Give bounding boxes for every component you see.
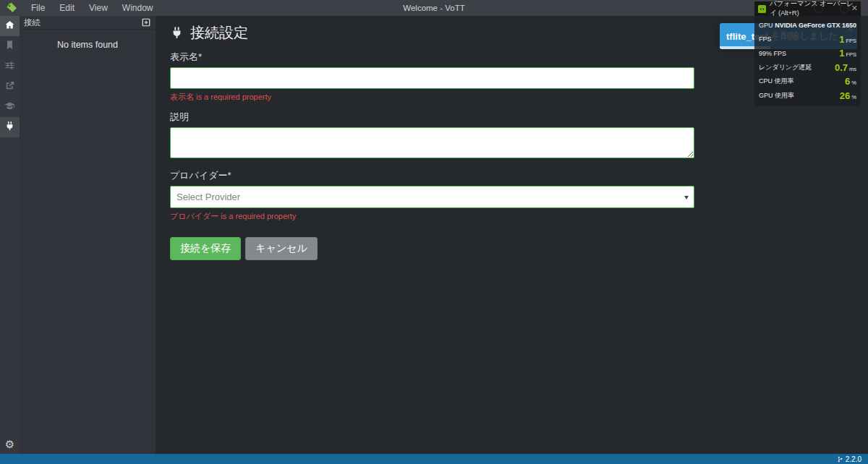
git-branch-icon	[837, 455, 843, 463]
stat-label: FPS	[759, 35, 772, 43]
empty-list-message: No items found	[20, 40, 156, 50]
sliders-icon	[4, 60, 15, 74]
display-name-input[interactable]	[170, 67, 694, 89]
sidebar-item-settings[interactable]: ⚙	[0, 435, 20, 454]
add-connection-button[interactable]	[142, 18, 150, 27]
stat-label: 99% FPS	[759, 50, 786, 57]
sidebar-item-active-learning-train[interactable]	[0, 97, 20, 117]
sidebar-item-export[interactable]	[0, 77, 20, 97]
ghost-circle-icon	[814, 4, 823, 13]
provider-select[interactable]: Select Provider	[170, 186, 694, 208]
page-title-text: 接続設定	[190, 23, 248, 43]
plus-square-icon	[142, 18, 150, 27]
display-name-group: 表示名* 表示名 is a required property	[170, 51, 694, 103]
graduation-cap-icon	[4, 100, 15, 114]
stat-label: CPU 使用率	[759, 77, 794, 86]
stat-value: 1FPS	[839, 48, 856, 59]
stat-label: GPU	[759, 22, 773, 29]
menu-edit[interactable]: Edit	[52, 1, 82, 14]
nvidia-performance-overlay: パフォーマンス オーバーレイ (Alt+R) ✕ GPU NVIDIA GeFo…	[754, 1, 861, 106]
sidebar-item-tags[interactable]	[0, 36, 20, 56]
status-bar: 2.2.0	[0, 454, 868, 464]
provider-group: プロバイダー* Select Provider プロバイダー is a requ…	[170, 169, 694, 222]
overlay-body: GPU NVIDIA GeForce GTX 1650 FPS 1FPS 99%…	[754, 16, 861, 106]
panel-title: 接続	[24, 17, 41, 28]
save-connection-button[interactable]: 接続を保存	[170, 237, 241, 260]
sidebar-item-home[interactable]	[0, 16, 20, 36]
menu-view[interactable]: View	[82, 1, 115, 14]
sidebar-nav: ⚙	[0, 16, 20, 454]
display-name-label: 表示名*	[170, 51, 694, 64]
sidebar-item-connections[interactable]	[0, 117, 20, 137]
connections-panel: 接続 No items found	[20, 16, 156, 454]
vott-logo-icon	[5, 2, 18, 14]
description-label: 説明	[170, 111, 694, 124]
plug-title-icon	[170, 26, 184, 40]
overlay-close-icon[interactable]: ✕	[851, 4, 858, 13]
form-buttons: 接続を保存 キャンセル	[170, 237, 694, 260]
app-version: 2.2.0	[846, 455, 861, 463]
connections-panel-header: 接続	[20, 16, 156, 30]
ghost-circle-icon	[840, 4, 849, 13]
overlay-title-bar[interactable]: パフォーマンス オーバーレイ (Alt+R) ✕	[754, 1, 861, 16]
provider-select-value: Select Provider	[176, 192, 240, 202]
bookmark-icon	[4, 40, 15, 53]
sidebar-spacer	[0, 137, 20, 435]
home-icon	[4, 20, 15, 33]
stat-row-gpu-usage: GPU 使用率 26%	[759, 89, 856, 103]
nvidia-logo-icon	[758, 5, 766, 13]
menu-file[interactable]: File	[24, 1, 52, 14]
vott-app-window: File Edit View Window Welcome - VoTT	[0, 0, 868, 464]
menu-window[interactable]: Window	[115, 1, 161, 14]
description-group: 説明	[170, 111, 694, 161]
export-icon	[4, 80, 15, 94]
stat-row-cpu-usage: CPU 使用率 6%	[759, 74, 856, 89]
stat-label: レンダリング遅延	[759, 63, 812, 72]
provider-label: プロバイダー*	[170, 169, 694, 182]
stat-row-99fps: 99% FPS 1FPS	[759, 46, 856, 61]
plug-icon	[4, 121, 15, 134]
description-textarea[interactable]	[170, 127, 694, 158]
cancel-button[interactable]: キャンセル	[245, 237, 318, 260]
display-name-error: 表示名 is a required property	[170, 92, 694, 103]
provider-error: プロバイダー is a required property	[170, 211, 694, 222]
stat-value: 1FPS	[839, 34, 856, 45]
stat-row-render-latency: レンダリング遅延 0.7ms	[759, 61, 856, 75]
connection-form: 表示名* 表示名 is a required property 説明 プロバイダ…	[170, 51, 694, 260]
stat-label: GPU 使用率	[759, 91, 794, 100]
stat-row-gpu-name: GPU NVIDIA GeForce GTX 1650	[759, 18, 856, 33]
stat-value: 26%	[840, 90, 856, 101]
stat-value: 0.7ms	[835, 62, 856, 73]
sidebar-item-active-learning[interactable]	[0, 56, 20, 77]
stat-value: NVIDIA GeForce GTX 1650	[775, 22, 856, 29]
stat-row-fps: FPS 1FPS	[759, 33, 856, 47]
select-arrow-icon	[684, 196, 689, 199]
stat-value: 6%	[845, 76, 856, 87]
gear-icon: ⚙	[5, 438, 14, 451]
menu-bar: File Edit View Window Welcome - VoTT	[0, 0, 868, 16]
